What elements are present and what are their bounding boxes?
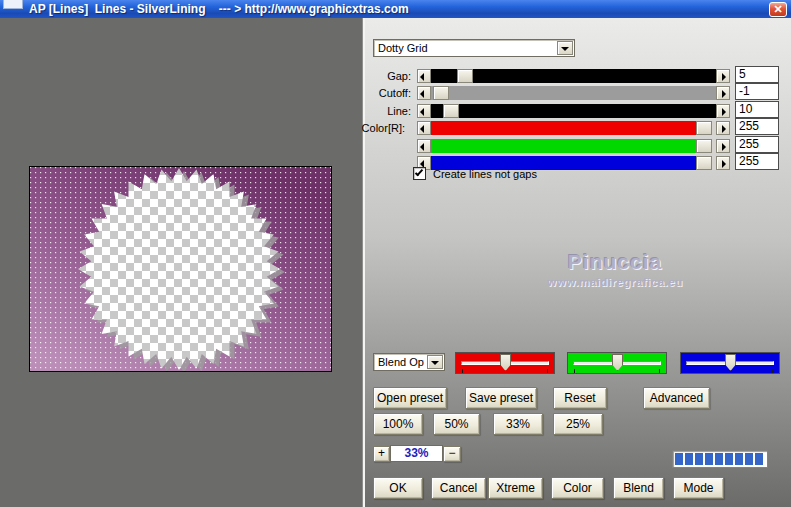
zoom-level-field[interactable]: 33% — [390, 445, 443, 462]
zoom-50-button[interactable]: 50% — [433, 413, 480, 435]
right-arrow-icon — [722, 73, 726, 81]
progress-segment — [715, 453, 723, 465]
gap-value-field[interactable]: 5 — [735, 66, 779, 83]
color-green-slider-track[interactable] — [431, 139, 716, 153]
progress-segment — [675, 453, 683, 465]
progress-segment — [735, 453, 743, 465]
red-value-field[interactable]: 255 — [735, 118, 779, 135]
zoom-out-button[interactable]: − — [443, 446, 461, 462]
controls-panel: Dotty Grid Gap: Cutoff: — [365, 18, 791, 507]
blend-blue-thumb[interactable] — [725, 354, 736, 371]
left-arrow-icon — [420, 143, 424, 151]
save-preset-button[interactable]: Save preset — [465, 387, 537, 409]
color-red-slider[interactable] — [417, 121, 730, 135]
chevron-down-icon — [561, 47, 569, 55]
line-slider-row: Line: — [365, 104, 791, 118]
chevron-down-icon — [431, 361, 439, 369]
blend-red-thumb[interactable] — [500, 354, 511, 371]
slider-left-arrow-button[interactable] — [417, 104, 431, 118]
gap-slider-thumb[interactable] — [457, 69, 473, 83]
line-label: Line: — [365, 105, 411, 117]
zoom-33-button[interactable]: 33% — [493, 413, 543, 435]
progress-segment — [755, 453, 763, 465]
gap-slider[interactable] — [417, 69, 730, 83]
slider-right-arrow-button[interactable] — [716, 156, 730, 170]
create-lines-checkbox-label: Create lines not gaps — [433, 168, 537, 180]
cutoff-slider-track[interactable] — [431, 86, 716, 100]
color-blue-slider-thumb[interactable] — [696, 156, 712, 170]
right-arrow-icon — [722, 160, 726, 168]
green-value-field[interactable]: 255 — [735, 136, 779, 153]
advanced-button[interactable]: Advanced — [643, 387, 710, 409]
zoom-in-button[interactable]: + — [373, 446, 390, 462]
slider-right-arrow-button[interactable] — [716, 86, 730, 100]
dropdown-button[interactable] — [427, 355, 443, 369]
tick-mark — [462, 369, 463, 373]
mode-button[interactable]: Mode — [673, 477, 724, 499]
effect-preset-dropdown[interactable]: Dotty Grid — [373, 39, 575, 57]
left-arrow-icon — [420, 90, 424, 98]
cancel-button[interactable]: Cancel — [431, 477, 486, 499]
blend-green-slider[interactable] — [567, 352, 667, 374]
cutoff-slider[interactable] — [417, 86, 730, 100]
title-bar[interactable]: AP [Lines] Lines - SilverLining --- > ht… — [0, 0, 791, 18]
slider-left-arrow-button[interactable] — [417, 86, 431, 100]
reset-button[interactable]: Reset — [553, 387, 607, 409]
slider-right-arrow-button[interactable] — [716, 104, 730, 118]
open-preset-button[interactable]: Open preset — [373, 387, 447, 409]
zoom-100-button[interactable]: 100% — [373, 413, 423, 435]
line-slider[interactable] — [417, 104, 730, 118]
color-red-slider-track[interactable] — [431, 121, 716, 135]
line-slider-track[interactable] — [431, 104, 716, 118]
slider-left-arrow-button[interactable] — [417, 139, 431, 153]
cutoff-value-field[interactable]: -1 — [735, 83, 779, 100]
blend-blue-slider[interactable] — [680, 352, 780, 374]
close-icon: ✕ — [773, 3, 782, 15]
xtreme-button[interactable]: Xtreme — [488, 477, 543, 499]
blend-options-value: Blend Opti — [378, 356, 424, 368]
color-green-slider-row — [365, 139, 791, 153]
green-fill — [431, 139, 697, 153]
cutoff-slider-thumb[interactable] — [433, 86, 449, 100]
close-button[interactable]: ✕ — [769, 2, 787, 17]
ok-button[interactable]: OK — [373, 477, 423, 499]
gap-label: Gap: — [365, 70, 411, 82]
blend-options-dropdown[interactable]: Blend Opti — [373, 353, 445, 371]
effect-preset-value: Dotty Grid — [378, 42, 554, 54]
progress-segment — [695, 453, 703, 465]
color-green-slider-thumb[interactable] — [696, 139, 712, 153]
color-red-slider-thumb[interactable] — [696, 121, 712, 135]
color-button[interactable]: Color — [551, 477, 604, 499]
progress-bar — [672, 450, 768, 468]
checkmark-icon — [415, 168, 423, 177]
slider-right-arrow-button[interactable] — [716, 121, 730, 135]
left-arrow-icon — [420, 108, 424, 116]
blend-green-thumb[interactable] — [612, 354, 623, 371]
gap-slider-track[interactable] — [431, 69, 716, 83]
plugin-window: AP [Lines] Lines - SilverLining --- > ht… — [0, 0, 791, 507]
window-title: AP [Lines] Lines - SilverLining --- > ht… — [29, 2, 409, 16]
slider-left-arrow-button[interactable] — [417, 121, 431, 135]
create-lines-checkbox[interactable] — [413, 167, 426, 180]
cutoff-slider-row: Cutoff: — [365, 86, 791, 100]
blend-button[interactable]: Blend — [613, 477, 664, 499]
slider-left-arrow-button[interactable] — [417, 69, 431, 83]
tick-mark — [772, 369, 773, 373]
progress-segment — [745, 453, 753, 465]
line-slider-thumb[interactable] — [443, 104, 459, 118]
watermark-url: www.maidiregrafica.eu — [505, 276, 725, 288]
zoom-25-button[interactable]: 25% — [553, 413, 603, 435]
preview-frame — [29, 166, 332, 372]
left-arrow-icon — [420, 125, 424, 133]
color-green-slider[interactable] — [417, 139, 730, 153]
progress-segment — [685, 453, 693, 465]
slider-right-arrow-button[interactable] — [716, 69, 730, 83]
slider-right-arrow-button[interactable] — [716, 139, 730, 153]
tick-mark — [687, 369, 688, 373]
blend-red-slider[interactable] — [455, 352, 555, 374]
preview-canvas[interactable] — [30, 167, 331, 371]
blue-value-field[interactable]: 255 — [735, 153, 779, 170]
line-value-field[interactable]: 10 — [735, 101, 779, 118]
dropdown-button[interactable] — [557, 41, 573, 55]
watermark-name: Pinuccia — [515, 250, 715, 274]
